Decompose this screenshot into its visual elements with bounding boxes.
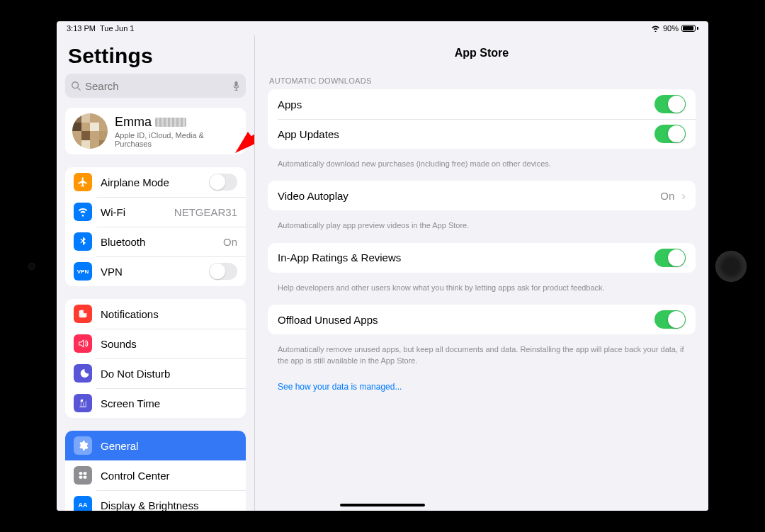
- svg-rect-7: [79, 472, 83, 475]
- chevron-right-icon: ›: [681, 190, 686, 202]
- sidebar-item-vpn[interactable]: VPN VPN: [65, 256, 246, 286]
- redacted-surname: [155, 118, 186, 127]
- front-camera: [28, 263, 35, 270]
- battery-pct: 90%: [663, 24, 679, 33]
- avatar: [72, 113, 108, 149]
- airplane-toggle[interactable]: [209, 174, 237, 191]
- updates-toggle[interactable]: [654, 125, 686, 143]
- profile-name: Emma: [115, 115, 239, 130]
- page-title: Settings: [68, 44, 243, 68]
- section-label-autodl: Automatic Downloads: [255, 68, 708, 89]
- airplane-icon: [74, 173, 92, 191]
- screentime-icon: [74, 394, 92, 412]
- detail-title: App Store: [255, 35, 708, 68]
- svg-rect-9: [79, 476, 83, 479]
- dnd-icon: [74, 364, 92, 383]
- status-time: 3:13 PM: [67, 24, 96, 33]
- control-center-icon: [74, 466, 92, 485]
- sidebar-item-airplane[interactable]: Airplane Mode: [65, 167, 246, 197]
- bluetooth-icon: [74, 232, 92, 251]
- sidebar-item-dnd[interactable]: Do Not Disturb: [65, 358, 246, 388]
- svg-rect-2: [234, 81, 237, 86]
- footnote-ratings: Help developers and other users know wha…: [255, 278, 708, 305]
- vpn-icon: VPN: [74, 262, 92, 281]
- svg-point-6: [84, 310, 87, 313]
- sidebar-item-bluetooth[interactable]: Bluetooth On: [65, 227, 246, 256]
- sidebar-item-sounds[interactable]: Sounds: [65, 329, 246, 358]
- svg-line-1: [78, 88, 81, 91]
- status-date: Tue Jun 1: [100, 24, 135, 33]
- wifi-value: NETGEAR31: [174, 206, 237, 218]
- row-app-updates[interactable]: App Updates: [268, 119, 696, 149]
- screen: 3:13 PM Tue Jun 1 90% Settings: [57, 21, 708, 511]
- search-icon: [71, 81, 81, 91]
- vpn-toggle[interactable]: [209, 263, 237, 280]
- sidebar-item-controlcenter[interactable]: Control Center: [65, 460, 246, 490]
- sidebar-item-general[interactable]: General: [65, 431, 246, 460]
- sidebar-item-display[interactable]: AA Display & Brightness: [65, 490, 246, 511]
- wifi-icon: [651, 25, 660, 32]
- apple-id-card[interactable]: Emma Apple ID, iCloud, Media & Purchases: [65, 108, 246, 154]
- home-button[interactable]: [715, 251, 747, 282]
- detail-pane[interactable]: App Store Automatic Downloads Apps App U…: [255, 35, 708, 511]
- svg-rect-8: [84, 472, 87, 475]
- svg-rect-10: [84, 476, 87, 479]
- footnote-autodl: Automatically download new purchases (in…: [255, 154, 708, 181]
- row-offload[interactable]: Offload Unused Apps: [268, 305, 696, 334]
- status-bar: 3:13 PM Tue Jun 1 90%: [57, 21, 708, 35]
- offload-toggle[interactable]: [654, 310, 686, 329]
- search-input[interactable]: [65, 74, 246, 98]
- ipad-frame: 3:13 PM Tue Jun 1 90% Settings: [0, 0, 765, 532]
- wifi-setting-icon: [74, 203, 92, 221]
- footnote-autoplay: Automatically play app preview videos in…: [255, 216, 708, 242]
- sidebar-item-wifi[interactable]: Wi-Fi NETGEAR31: [65, 197, 246, 227]
- sounds-icon: [74, 334, 92, 353]
- notifications-icon: [74, 305, 92, 323]
- ratings-toggle[interactable]: [654, 249, 686, 267]
- footnote-offload: Automatically remove unused apps, but ke…: [255, 340, 708, 378]
- row-ratings[interactable]: In-App Ratings & Reviews: [268, 243, 696, 273]
- settings-sidebar[interactable]: Settings Emma Apple ID, iCloud, Media & …: [57, 35, 255, 511]
- bluetooth-value: On: [223, 236, 237, 248]
- profile-sub: Apple ID, iCloud, Media & Purchases: [115, 131, 239, 148]
- sidebar-item-screentime[interactable]: Screen Time: [65, 388, 246, 418]
- home-indicator[interactable]: [340, 504, 425, 506]
- search-field[interactable]: [85, 80, 228, 92]
- gear-icon: [74, 436, 92, 455]
- row-video-autoplay[interactable]: Video Autoplay On ›: [268, 181, 696, 210]
- sidebar-item-notifications[interactable]: Notifications: [65, 299, 246, 329]
- battery-icon: [681, 25, 698, 32]
- mic-icon[interactable]: [232, 81, 240, 91]
- display-icon: AA: [74, 496, 92, 511]
- row-apps[interactable]: Apps: [268, 89, 696, 119]
- data-managed-link[interactable]: See how your data is managed...: [255, 378, 708, 396]
- apps-toggle[interactable]: [654, 95, 686, 113]
- autoplay-value: On: [660, 190, 674, 202]
